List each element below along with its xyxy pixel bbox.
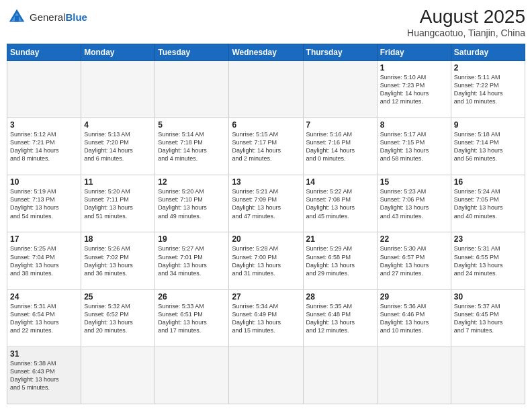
calendar-cell: 22Sunrise: 5:30 AM Sunset: 6:57 PM Dayli… bbox=[377, 232, 451, 289]
header: GeneralBlue August 2025 Huangcaotuo, Tia… bbox=[7, 7, 525, 38]
day-number: 3 bbox=[10, 120, 78, 130]
day-info: Sunrise: 5:20 AM Sunset: 7:10 PM Dayligh… bbox=[158, 187, 226, 220]
calendar-cell: 20Sunrise: 5:28 AM Sunset: 7:00 PM Dayli… bbox=[229, 232, 303, 289]
day-number: 11 bbox=[84, 177, 152, 187]
calendar-cell: 3Sunrise: 5:12 AM Sunset: 7:21 PM Daylig… bbox=[7, 118, 81, 175]
calendar-body: 1Sunrise: 5:10 AM Sunset: 7:23 PM Daylig… bbox=[7, 60, 525, 404]
day-info: Sunrise: 5:25 AM Sunset: 7:04 PM Dayligh… bbox=[10, 244, 78, 277]
logo-blue: Blue bbox=[65, 11, 87, 23]
day-number: 31 bbox=[10, 349, 78, 359]
day-number: 30 bbox=[454, 292, 522, 302]
day-number: 24 bbox=[10, 292, 78, 302]
day-info: Sunrise: 5:32 AM Sunset: 6:52 PM Dayligh… bbox=[84, 302, 152, 335]
calendar-cell: 14Sunrise: 5:22 AM Sunset: 7:08 PM Dayli… bbox=[303, 175, 377, 232]
day-info: Sunrise: 5:38 AM Sunset: 6:43 PM Dayligh… bbox=[10, 359, 78, 392]
calendar-cell bbox=[303, 347, 377, 404]
calendar-cell: 27Sunrise: 5:34 AM Sunset: 6:49 PM Dayli… bbox=[229, 289, 303, 347]
day-info: Sunrise: 5:30 AM Sunset: 6:57 PM Dayligh… bbox=[380, 244, 448, 277]
day-number: 10 bbox=[10, 177, 78, 187]
weekday-saturday: Saturday bbox=[451, 44, 525, 60]
day-number: 9 bbox=[454, 120, 522, 130]
day-info: Sunrise: 5:31 AM Sunset: 6:54 PM Dayligh… bbox=[10, 302, 78, 335]
day-info: Sunrise: 5:19 AM Sunset: 7:13 PM Dayligh… bbox=[10, 187, 78, 220]
day-info: Sunrise: 5:22 AM Sunset: 7:08 PM Dayligh… bbox=[306, 187, 374, 220]
day-info: Sunrise: 5:23 AM Sunset: 7:06 PM Dayligh… bbox=[380, 187, 448, 220]
calendar-cell bbox=[303, 60, 377, 118]
day-number: 6 bbox=[232, 120, 300, 130]
day-info: Sunrise: 5:24 AM Sunset: 7:05 PM Dayligh… bbox=[454, 187, 522, 220]
calendar-cell: 9Sunrise: 5:18 AM Sunset: 7:14 PM Daylig… bbox=[451, 118, 525, 175]
day-number: 7 bbox=[306, 120, 374, 130]
day-info: Sunrise: 5:18 AM Sunset: 7:14 PM Dayligh… bbox=[454, 130, 522, 163]
day-info: Sunrise: 5:28 AM Sunset: 7:00 PM Dayligh… bbox=[232, 244, 300, 277]
day-info: Sunrise: 5:14 AM Sunset: 7:18 PM Dayligh… bbox=[158, 130, 226, 163]
day-number: 4 bbox=[84, 120, 152, 130]
calendar-cell: 23Sunrise: 5:31 AM Sunset: 6:55 PM Dayli… bbox=[451, 232, 525, 289]
day-info: Sunrise: 5:17 AM Sunset: 7:15 PM Dayligh… bbox=[380, 130, 448, 163]
day-info: Sunrise: 5:13 AM Sunset: 7:20 PM Dayligh… bbox=[84, 130, 152, 163]
day-info: Sunrise: 5:36 AM Sunset: 6:46 PM Dayligh… bbox=[380, 302, 448, 335]
calendar-cell: 31Sunrise: 5:38 AM Sunset: 6:43 PM Dayli… bbox=[7, 347, 81, 404]
day-info: Sunrise: 5:15 AM Sunset: 7:17 PM Dayligh… bbox=[232, 130, 300, 163]
day-number: 19 bbox=[158, 234, 226, 244]
weekday-sunday: Sunday bbox=[7, 44, 81, 60]
calendar-cell: 18Sunrise: 5:26 AM Sunset: 7:02 PM Dayli… bbox=[81, 232, 155, 289]
day-number: 14 bbox=[306, 177, 374, 187]
day-info: Sunrise: 5:20 AM Sunset: 7:11 PM Dayligh… bbox=[84, 187, 152, 220]
day-number: 23 bbox=[454, 234, 522, 244]
svg-rect-2 bbox=[15, 16, 19, 22]
calendar-cell bbox=[81, 347, 155, 404]
calendar-title: August 2025 bbox=[407, 7, 525, 28]
calendar-table: SundayMondayTuesdayWednesdayThursdayFrid… bbox=[7, 44, 525, 404]
calendar-week-1: 3Sunrise: 5:12 AM Sunset: 7:21 PM Daylig… bbox=[7, 118, 525, 175]
day-info: Sunrise: 5:12 AM Sunset: 7:21 PM Dayligh… bbox=[10, 130, 78, 163]
calendar-cell: 11Sunrise: 5:20 AM Sunset: 7:11 PM Dayli… bbox=[81, 175, 155, 232]
calendar-cell: 2Sunrise: 5:11 AM Sunset: 7:22 PM Daylig… bbox=[451, 60, 525, 118]
calendar-cell bbox=[229, 347, 303, 404]
day-number: 17 bbox=[10, 234, 78, 244]
day-number: 1 bbox=[380, 63, 448, 73]
page: GeneralBlue August 2025 Huangcaotuo, Tia… bbox=[0, 0, 532, 411]
day-number: 18 bbox=[84, 234, 152, 244]
calendar-cell: 8Sunrise: 5:17 AM Sunset: 7:15 PM Daylig… bbox=[377, 118, 451, 175]
calendar-cell bbox=[377, 347, 451, 404]
generalblue-logo-icon bbox=[7, 7, 27, 27]
day-info: Sunrise: 5:33 AM Sunset: 6:51 PM Dayligh… bbox=[158, 302, 226, 335]
day-info: Sunrise: 5:29 AM Sunset: 6:58 PM Dayligh… bbox=[306, 244, 374, 277]
day-number: 15 bbox=[380, 177, 448, 187]
day-info: Sunrise: 5:26 AM Sunset: 7:02 PM Dayligh… bbox=[84, 244, 152, 277]
calendar-cell: 1Sunrise: 5:10 AM Sunset: 7:23 PM Daylig… bbox=[377, 60, 451, 118]
day-number: 28 bbox=[306, 292, 374, 302]
day-number: 26 bbox=[158, 292, 226, 302]
calendar-cell bbox=[155, 347, 229, 404]
weekday-friday: Friday bbox=[377, 44, 451, 60]
calendar-cell: 21Sunrise: 5:29 AM Sunset: 6:58 PM Dayli… bbox=[303, 232, 377, 289]
calendar-cell: 26Sunrise: 5:33 AM Sunset: 6:51 PM Dayli… bbox=[155, 289, 229, 347]
weekday-wednesday: Wednesday bbox=[229, 44, 303, 60]
calendar-cell bbox=[451, 347, 525, 404]
day-info: Sunrise: 5:11 AM Sunset: 7:22 PM Dayligh… bbox=[454, 73, 522, 106]
calendar-header: SundayMondayTuesdayWednesdayThursdayFrid… bbox=[7, 44, 525, 60]
day-info: Sunrise: 5:34 AM Sunset: 6:49 PM Dayligh… bbox=[232, 302, 300, 335]
calendar-cell: 13Sunrise: 5:21 AM Sunset: 7:09 PM Dayli… bbox=[229, 175, 303, 232]
calendar-cell bbox=[229, 60, 303, 118]
day-number: 12 bbox=[158, 177, 226, 187]
calendar-cell: 28Sunrise: 5:35 AM Sunset: 6:48 PM Dayli… bbox=[303, 289, 377, 347]
day-number: 22 bbox=[380, 234, 448, 244]
day-number: 29 bbox=[380, 292, 448, 302]
day-number: 8 bbox=[380, 120, 448, 130]
day-info: Sunrise: 5:31 AM Sunset: 6:55 PM Dayligh… bbox=[454, 244, 522, 277]
day-number: 25 bbox=[84, 292, 152, 302]
day-info: Sunrise: 5:10 AM Sunset: 7:23 PM Dayligh… bbox=[380, 73, 448, 106]
calendar-cell: 7Sunrise: 5:16 AM Sunset: 7:16 PM Daylig… bbox=[303, 118, 377, 175]
weekday-thursday: Thursday bbox=[303, 44, 377, 60]
calendar-week-5: 31Sunrise: 5:38 AM Sunset: 6:43 PM Dayli… bbox=[7, 347, 525, 404]
day-info: Sunrise: 5:27 AM Sunset: 7:01 PM Dayligh… bbox=[158, 244, 226, 277]
calendar-cell: 6Sunrise: 5:15 AM Sunset: 7:17 PM Daylig… bbox=[229, 118, 303, 175]
day-number: 20 bbox=[232, 234, 300, 244]
calendar-week-0: 1Sunrise: 5:10 AM Sunset: 7:23 PM Daylig… bbox=[7, 60, 525, 118]
weekday-tuesday: Tuesday bbox=[155, 44, 229, 60]
weekday-monday: Monday bbox=[81, 44, 155, 60]
day-info: Sunrise: 5:21 AM Sunset: 7:09 PM Dayligh… bbox=[232, 187, 300, 220]
calendar-cell bbox=[155, 60, 229, 118]
